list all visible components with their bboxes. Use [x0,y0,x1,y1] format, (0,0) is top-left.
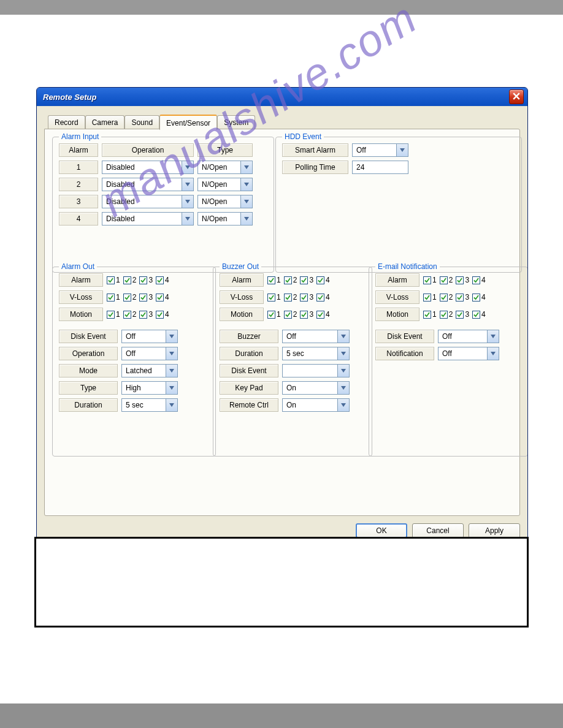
em-row-alarm-label: Alarm [375,273,419,287]
ao-vloss-chk-4[interactable] [156,294,164,301]
ao-alarm-chk-4[interactable] [156,276,164,284]
em-row-vloss-label: V-Loss [375,290,419,304]
em-motion-chk-3[interactable] [456,311,464,319]
chevron-down-icon [487,330,499,343]
chk-num: 1 [116,293,120,301]
ao-vloss-chk-3[interactable] [139,294,147,301]
alarm-input-num-1: 1 [59,161,98,174]
chk-num: 2 [132,310,137,319]
tab-system[interactable]: System [217,115,255,129]
ao-alarm-chk-2[interactable] [123,276,131,284]
chevron-down-icon [337,399,349,411]
bo-sel-disk-event[interactable] [282,364,350,377]
alarm-input-row-1: 1 Disabled N/Open [59,161,267,174]
bo-sel-keypad[interactable]: On [282,381,350,395]
alarm-input-type-1[interactable]: N/Open [197,161,253,174]
bo-motion-chk-2[interactable] [284,311,292,319]
bo-alarm-chk-4[interactable] [316,276,324,284]
em-vloss-chk-3[interactable] [456,294,464,301]
close-button[interactable] [509,89,524,104]
alarm-input-type-2[interactable]: N/Open [197,178,253,191]
bo-sel-remote[interactable]: On [282,398,350,412]
chevron-down-icon [396,144,408,156]
em-vloss-chk-2[interactable] [440,294,448,301]
groupbox-email: E-mail Notification Alarm 1 2 3 4 V-Loss [369,267,528,457]
alarm-input-num-2: 2 [59,178,98,191]
em-vloss-chk-4[interactable] [472,294,480,301]
bo-motion-chk-4[interactable] [316,311,324,319]
bo-vloss-chk-1[interactable] [267,294,275,301]
ao-alarm-chk-3[interactable] [139,276,147,284]
ao-sel-mode[interactable]: Latched [121,364,178,377]
legend-hdd-event: HDD Event [282,132,324,141]
cancel-button[interactable]: Cancel [412,523,464,538]
ao-sel-operation[interactable]: Off [121,347,178,360]
ao-alarm-checks: 1 2 3 4 [107,276,172,284]
ao-motion-chk-2[interactable] [123,311,131,319]
alarm-input-operation-4[interactable]: Disabled [102,212,194,226]
alarm-input-type-4[interactable]: N/Open [197,212,253,226]
ao-sel-duration[interactable]: 5 sec [121,398,178,412]
bo-vloss-chk-4[interactable] [316,294,324,301]
dialog-buttons: OK Cancel Apply [44,516,520,538]
chevron-down-icon [487,347,499,360]
ao-vloss-chk-2[interactable] [123,294,131,301]
bo-vloss-chk-3[interactable] [300,294,308,301]
bo-sel-buzzer[interactable]: Off [282,330,350,343]
em-alarm-chk-1[interactable] [423,276,431,284]
em-vloss-chk-1[interactable] [423,294,431,301]
ao-motion-chk-4[interactable] [156,311,164,319]
bo-lbl-remote: Remote Ctrl [220,398,278,412]
chevron-down-icon [166,330,177,343]
bo-lbl-duration: Duration [220,347,278,360]
em-motion-chk-1[interactable] [423,311,431,319]
em-lbl-notification: Notification [375,347,434,360]
chk-num: 3 [148,276,153,284]
em-row-motion-label: Motion [375,308,419,321]
bo-lbl-disk-event: Disk Event [220,364,278,377]
apply-button[interactable]: Apply [469,523,520,538]
ao-lbl-operation: Operation [59,347,118,360]
bo-lbl-buzzer: Buzzer [220,330,278,343]
label-smart-alarm: Smart Alarm [282,143,348,157]
remote-setup-window: Remote Setup Record Camera Sound Event/S… [36,87,528,545]
bo-sel-duration[interactable]: 5 sec [282,347,350,360]
tab-strip: Record Camera Sound Event/Sensor System [48,114,520,129]
alarm-input-operation-3[interactable]: Disabled [102,195,194,208]
bo-alarm-chk-1[interactable] [267,276,275,284]
bo-alarm-chk-2[interactable] [284,276,292,284]
em-alarm-chk-2[interactable] [440,276,448,284]
alarm-input-type-3[interactable]: N/Open [197,195,253,208]
tab-event-sensor[interactable]: Event/Sensor [159,115,217,130]
groupbox-hdd-event: HDD Event Smart Alarm Off Polling Time 2… [275,137,522,273]
ao-sel-disk-event[interactable]: Off [121,330,178,343]
ao-alarm-chk-1[interactable] [107,276,115,284]
bo-motion-chk-3[interactable] [300,311,308,319]
tab-camera[interactable]: Camera [85,115,125,129]
em-motion-chk-2[interactable] [440,311,448,319]
select-smart-alarm[interactable]: Off [352,143,408,157]
alarm-input-operation-2[interactable]: Disabled [102,178,194,191]
input-polling-time[interactable]: 24 [352,161,408,174]
ao-vloss-chk-1[interactable] [107,294,115,301]
bo-alarm-chk-3[interactable] [300,276,308,284]
tab-record[interactable]: Record [48,115,85,129]
window-title: Remote Setup [43,93,96,102]
chevron-down-icon [166,347,177,360]
tab-sound[interactable]: Sound [124,115,159,129]
em-alarm-chk-3[interactable] [456,276,464,284]
ao-motion-chk-3[interactable] [139,311,147,319]
em-alarm-chk-4[interactable] [472,276,480,284]
bo-vloss-chk-2[interactable] [284,294,292,301]
ao-row-vloss-label: V-Loss [59,290,103,304]
em-sel-disk-event[interactable]: Off [438,330,499,343]
em-sel-notification[interactable]: Off [438,347,499,360]
alarm-input-operation-1[interactable]: Disabled [102,161,194,174]
ao-motion-chk-1[interactable] [107,311,115,319]
em-motion-chk-4[interactable] [472,311,480,319]
chk-num: 2 [132,276,137,284]
ao-sel-type[interactable]: High [121,381,178,395]
ok-button[interactable]: OK [356,523,407,538]
legend-buzzer-out: Buzzer Out [220,262,261,271]
bo-motion-chk-1[interactable] [267,311,275,319]
